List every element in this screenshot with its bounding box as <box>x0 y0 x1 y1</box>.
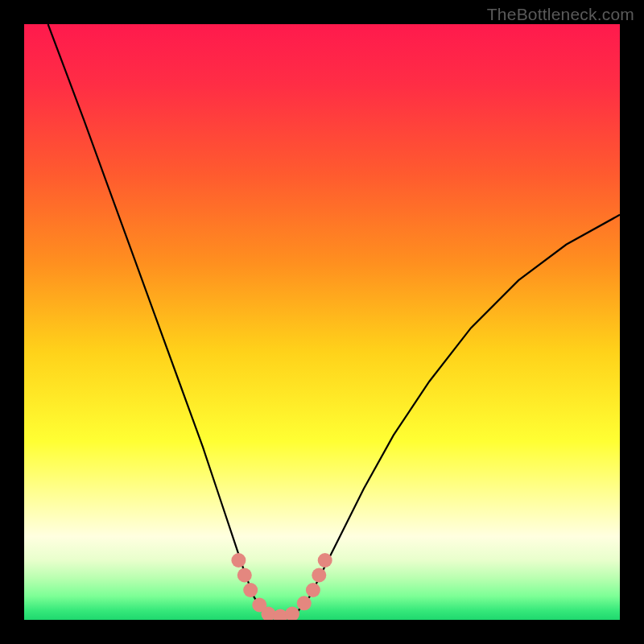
bottleneck-chart <box>24 24 620 620</box>
gradient-background <box>24 24 620 620</box>
watermark-text: TheBottleneck.com <box>487 5 634 24</box>
curve-marker <box>318 553 332 568</box>
curve-marker <box>243 583 258 597</box>
chart-frame: TheBottleneck.com <box>0 0 644 644</box>
curve-marker <box>237 568 252 583</box>
curve-marker <box>297 596 312 610</box>
curve-marker <box>231 553 246 568</box>
curve-marker <box>312 568 326 583</box>
curve-marker <box>306 583 320 597</box>
